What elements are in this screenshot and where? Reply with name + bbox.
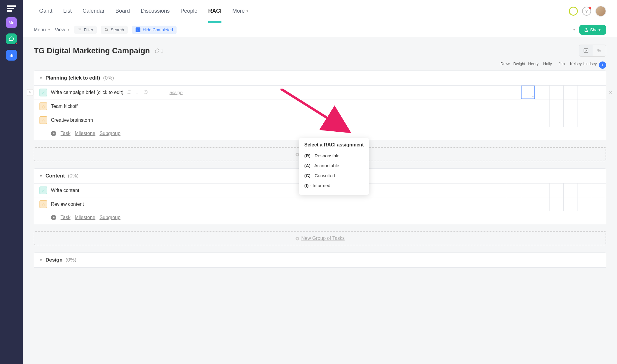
sidebar-reports-button[interactable] [6, 50, 17, 61]
tab-more[interactable]: More▼ [227, 0, 254, 22]
raci-cell[interactable] [592, 99, 606, 113]
tab-people[interactable]: People [175, 0, 203, 22]
raci-cell[interactable] [507, 197, 521, 211]
tab-gantt[interactable]: Gantt [34, 0, 58, 22]
raci-cell[interactable] [521, 86, 535, 99]
task-checkbox-icon[interactable] [39, 187, 47, 194]
task-title[interactable]: Review content [51, 202, 84, 207]
group-header[interactable]: ▼Planning (click to edit) (0%) [34, 71, 606, 86]
raci-cell[interactable] [563, 86, 578, 99]
raci-cell[interactable] [592, 184, 606, 197]
raci-cell[interactable] [535, 184, 549, 197]
toolbar-more-caret[interactable]: ▼ [573, 28, 576, 31]
raci-cell[interactable] [535, 86, 549, 99]
raci-cell[interactable] [578, 113, 592, 127]
tab-list[interactable]: List [58, 0, 77, 22]
milestone-icon[interactable] [39, 200, 47, 208]
sidebar-chat-button[interactable] [6, 33, 17, 44]
percent-view-icon[interactable]: % [593, 45, 606, 56]
comment-count[interactable]: 1 [155, 48, 163, 53]
hide-completed-toggle[interactable]: ✓ Hide Completed [132, 26, 177, 34]
raci-cell[interactable] [592, 197, 606, 211]
share-button[interactable]: Share [579, 25, 606, 35]
add-milestone-link[interactable]: Milestone [75, 131, 95, 136]
plus-icon[interactable]: + [51, 131, 56, 136]
person-header[interactable]: Drew [498, 61, 512, 69]
milestone-icon[interactable] [39, 102, 47, 110]
task-title[interactable]: Team kickoff [51, 104, 78, 109]
raci-cell[interactable] [521, 197, 535, 211]
tab-raci[interactable]: RACI [203, 0, 227, 22]
person-header[interactable]: Jim [555, 61, 569, 69]
edit-pencil-icon[interactable]: ✎ [27, 89, 33, 96]
add-milestone-link[interactable]: Milestone [75, 215, 95, 220]
search-button[interactable]: Search [101, 26, 127, 34]
raci-cell[interactable] [507, 86, 521, 99]
view-dropdown[interactable]: View▼ [55, 27, 70, 33]
raci-cell[interactable] [563, 99, 578, 113]
raci-cell[interactable] [507, 99, 521, 113]
user-avatar[interactable] [595, 6, 606, 17]
plus-icon[interactable]: + [51, 215, 56, 220]
project-title[interactable]: TG Digital Marketing Campaign [34, 46, 150, 55]
person-header[interactable]: Kelsey [569, 61, 583, 69]
task-checkbox-icon[interactable] [39, 89, 47, 96]
person-header[interactable]: Dwight [512, 61, 526, 69]
person-header[interactable]: Lindsey [583, 61, 597, 69]
raci-cell[interactable] [535, 99, 549, 113]
task-title[interactable]: Creative brainstorm [51, 118, 93, 123]
task-row[interactable]: Creative brainstorm [34, 113, 606, 127]
raci-cell[interactable] [549, 184, 563, 197]
add-subgroup-link[interactable]: Subgroup [99, 215, 120, 220]
add-subgroup-link[interactable]: Subgroup [99, 131, 120, 136]
task-title[interactable]: Write campaign brief (click to edit) [51, 90, 124, 95]
list-icon[interactable] [135, 90, 140, 95]
raci-cell[interactable] [578, 197, 592, 211]
clock-icon[interactable] [569, 7, 578, 16]
raci-cell[interactable] [592, 86, 606, 99]
raci-option[interactable]: (C) - Consulted [299, 171, 369, 180]
checklist-view-icon[interactable] [579, 45, 593, 56]
milestone-icon[interactable] [39, 116, 47, 124]
task-title[interactable]: Write content [51, 188, 79, 193]
sidebar-me-button[interactable]: Me [6, 17, 17, 28]
view-mode-toggle[interactable]: % [579, 45, 606, 57]
clock-icon[interactable] [143, 90, 148, 95]
help-icon[interactable]: ? [582, 7, 591, 16]
raci-cell[interactable] [521, 113, 535, 127]
tab-discussions[interactable]: Discussions [135, 0, 175, 22]
raci-cell[interactable] [521, 184, 535, 197]
task-row[interactable]: Review content [34, 197, 606, 211]
add-task-link[interactable]: Task [61, 215, 70, 220]
raci-cell[interactable] [507, 184, 521, 197]
raci-cell[interactable] [521, 99, 535, 113]
tab-calendar[interactable]: Calendar [77, 0, 110, 22]
raci-cell[interactable] [592, 113, 606, 127]
person-header[interactable]: Henry [526, 61, 540, 69]
row-close-icon[interactable]: ✕ [609, 90, 612, 95]
raci-cell[interactable] [535, 113, 549, 127]
raci-cell[interactable] [549, 86, 563, 99]
new-group-button[interactable]: New Group of Tasks [34, 231, 606, 245]
comment-icon[interactable] [127, 90, 132, 95]
group-header[interactable]: ▼Design (0%) [34, 253, 606, 268]
task-row[interactable]: ✎Write campaign brief (click to edit)ass… [34, 86, 606, 99]
app-logo[interactable] [7, 5, 16, 12]
filter-button[interactable]: Filter [74, 26, 97, 34]
raci-cell[interactable] [578, 99, 592, 113]
assign-link[interactable]: assign [170, 90, 183, 95]
raci-cell[interactable] [549, 113, 563, 127]
add-task-link[interactable]: Task [61, 131, 70, 136]
raci-cell[interactable] [563, 197, 578, 211]
raci-option[interactable]: (A) - Accountable [299, 161, 369, 171]
menu-dropdown[interactable]: Menu▼ [34, 27, 51, 33]
raci-option[interactable]: (I) - Informed [299, 180, 369, 190]
raci-cell[interactable] [578, 86, 592, 99]
task-row[interactable]: Team kickoff [34, 99, 606, 113]
raci-cell[interactable] [549, 99, 563, 113]
raci-cell[interactable] [535, 197, 549, 211]
raci-cell[interactable] [563, 184, 578, 197]
tab-board[interactable]: Board [110, 0, 135, 22]
person-header[interactable]: Holly [540, 61, 555, 69]
raci-cell[interactable] [549, 197, 563, 211]
